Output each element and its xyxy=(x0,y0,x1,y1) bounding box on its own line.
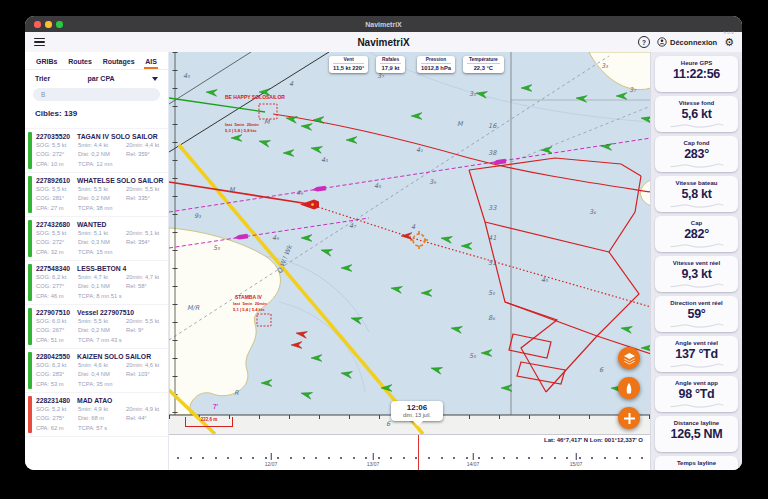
logout-button[interactable]: Déconnexion xyxy=(657,37,717,47)
target-name: WHATELSE SOLO SAILOR xyxy=(77,176,163,185)
center-boat-button[interactable] xyxy=(618,377,640,399)
ais-target-row[interactable]: 227892610 WHATELSE SOLO SAILOR SOG: 5,5 … xyxy=(25,172,168,216)
ais-target-arrow-icon[interactable] xyxy=(421,290,432,297)
vessel-label-speeds: 5,3 | 5,8 | 5,8 kts xyxy=(225,128,257,134)
zoom-button[interactable] xyxy=(56,21,63,28)
instrument-card[interactable]: Angle vent app 98 °Td xyxy=(655,376,738,412)
timeline-cursor[interactable] xyxy=(418,435,419,470)
instrument-card[interactable]: Cap fond 283° xyxy=(655,136,738,172)
layers-button[interactable] xyxy=(618,347,640,369)
ais-target-arrow-icon[interactable] xyxy=(641,345,650,352)
instrument-card[interactable]: Direction vent réel 59° xyxy=(655,296,738,332)
ais-target-arrow-icon[interactable] xyxy=(283,150,294,157)
depth-label: 33 xyxy=(488,204,497,212)
ais-target-arrow-icon[interactable] xyxy=(616,93,627,100)
sort-value[interactable]: par CPA xyxy=(50,75,152,82)
instrument-value: 5,6 kt xyxy=(655,107,738,122)
add-button[interactable] xyxy=(618,407,640,429)
depth-label: M/R xyxy=(187,304,200,312)
sidebar-tab[interactable]: Routes xyxy=(67,56,93,69)
depth-label: M xyxy=(457,120,464,128)
ais-target-arrow-icon[interactable] xyxy=(291,342,302,349)
sidebar-tab[interactable]: AIS xyxy=(144,56,158,69)
ais-target-arrow-icon[interactable] xyxy=(320,247,332,256)
instrument-card[interactable]: Vitesse fond 5,6 kt xyxy=(655,96,738,132)
ais-target-arrow-icon[interactable] xyxy=(311,355,322,362)
ais-target-arrow-icon[interactable] xyxy=(440,235,452,244)
sidebar-tab[interactable]: GRIBs xyxy=(35,56,58,69)
ais-target-arrow-icon[interactable] xyxy=(310,145,322,154)
timeline-strip[interactable]: Lat: 46°7,417' N Lon: 001°12,337' O 12/0… xyxy=(169,434,650,470)
search-input[interactable]: B xyxy=(33,88,160,101)
ais-target-arrow-icon[interactable] xyxy=(261,380,272,387)
instrument-card[interactable]: Temps layline xyxy=(655,456,738,470)
minimize-button[interactable] xyxy=(45,21,52,28)
target-status-bar xyxy=(28,220,32,257)
ais-target-arrow-icon[interactable] xyxy=(258,138,270,147)
ais-target-arrow-icon[interactable] xyxy=(430,365,442,374)
traffic-lights[interactable] xyxy=(34,21,63,28)
titlebar: NavimetriX xyxy=(25,16,742,32)
target-status-bar xyxy=(28,352,32,389)
ais-target-row[interactable]: 227035520 TAGAN IV SOLO SAILOR SOG: 5,5 … xyxy=(25,128,168,172)
ais-target-arrow-icon[interactable] xyxy=(301,123,313,131)
weather-value: 1012,8 hPa xyxy=(421,64,451,71)
instrument-card[interactable]: Distance layline 126,5 NM xyxy=(655,416,738,452)
sidebar-tab[interactable]: Routages xyxy=(102,56,136,69)
instrument-card[interactable]: Vitesse vent réel 9,3 kt xyxy=(655,256,738,292)
ais-target-row[interactable]: 227548340 LESS-BETON 4 SOG: 6,2 kt5min: … xyxy=(25,260,168,304)
ais-target-arrow-icon[interactable] xyxy=(601,143,613,151)
screen: NavimetriX NavimetriX ? Déconnexion 9.0.… xyxy=(0,0,768,499)
ais-target-row[interactable]: 228231480 MAD ATAO SOG: 5,2 kt5min: 4,9 … xyxy=(25,392,168,436)
ais-target-arrow-icon[interactable] xyxy=(620,325,632,334)
ais-target-arrow-icon[interactable] xyxy=(481,350,492,357)
ais-target-row[interactable]: 228592400 BOOMERANG xyxy=(25,436,168,437)
ais-target-arrow-icon[interactable] xyxy=(390,285,402,294)
ais-target-arrow-icon[interactable] xyxy=(450,325,462,334)
instrument-card[interactable]: Heure GPS 11:22:56 xyxy=(655,56,738,92)
target-name: WANTED xyxy=(77,220,106,229)
waypoint-marker[interactable] xyxy=(410,231,428,249)
ais-target-arrow-icon[interactable] xyxy=(461,243,472,250)
instrument-label: Heure GPS xyxy=(655,59,738,67)
nautical-chart[interactable]: 4₅43₇3₅3₃3₇MMM16383341515₅8₆9₃5₅M/R4₅4₅4… xyxy=(169,52,650,434)
instrument-label: Vitesse vent réel xyxy=(655,259,738,267)
depth-label: 5₅ xyxy=(469,352,476,360)
ais-target-row[interactable]: 228042550 KAIZEN SOLO SAILOR SOG: 6,3 kt… xyxy=(25,348,168,392)
ais-target-arrow-icon[interactable] xyxy=(521,85,532,92)
ais-target-arrow-icon[interactable] xyxy=(341,265,352,272)
ais-target-arrow-icon[interactable] xyxy=(346,137,357,144)
ais-target-arrow-icon[interactable] xyxy=(231,135,242,142)
depth-label: 3₅ xyxy=(469,90,476,98)
ais-target-arrow-icon[interactable] xyxy=(640,115,650,124)
ais-boat-icon[interactable] xyxy=(234,234,249,241)
ais-target-arrow-icon[interactable] xyxy=(295,330,307,339)
ais-boat-icon[interactable] xyxy=(312,186,327,193)
ais-target-row[interactable]: 227432680 WANTED SOG: 5,5 kt5min: 5,1 kt… xyxy=(25,216,168,260)
ais-target-arrow-icon[interactable] xyxy=(501,385,512,392)
close-button[interactable] xyxy=(34,21,41,28)
ais-target-arrow-icon[interactable] xyxy=(401,233,412,240)
ais-target-arrow-icon[interactable] xyxy=(411,113,422,120)
depth-label: 9₃ xyxy=(194,212,201,220)
sparkline xyxy=(662,282,732,288)
ais-target-arrow-icon[interactable] xyxy=(576,95,588,103)
ais-target-arrow-icon[interactable] xyxy=(313,117,324,124)
instrument-card[interactable]: Vitesse bateau 5,8 kt xyxy=(655,176,738,212)
depth-label: 38 xyxy=(488,149,497,157)
help-icon[interactable]: ? xyxy=(638,36,650,48)
ais-target-arrow-icon[interactable] xyxy=(350,315,362,324)
ais-target-arrow-icon[interactable] xyxy=(340,370,352,379)
depth-label: 8₆ xyxy=(488,314,495,322)
ais-target-arrow-icon[interactable] xyxy=(301,235,312,242)
time-bubble[interactable]: 12:06 dim. 13 juil. xyxy=(391,401,443,421)
ais-target-arrow-icon[interactable] xyxy=(300,390,312,399)
ais-target-row[interactable]: 227907510 Vessel 227907510 SOG: 6,0 kt5m… xyxy=(25,304,168,348)
gear-icon[interactable]: ⚙ xyxy=(724,37,734,48)
ais-target-arrow-icon[interactable] xyxy=(206,89,218,97)
instrument-card[interactable]: Cap 282° xyxy=(655,216,738,252)
chevron-down-icon[interactable] xyxy=(152,77,158,81)
depth-label: 3₉ xyxy=(429,178,436,186)
instrument-card[interactable]: Angle vent réel 137 °Td xyxy=(655,336,738,372)
target-status-bar xyxy=(28,396,32,433)
